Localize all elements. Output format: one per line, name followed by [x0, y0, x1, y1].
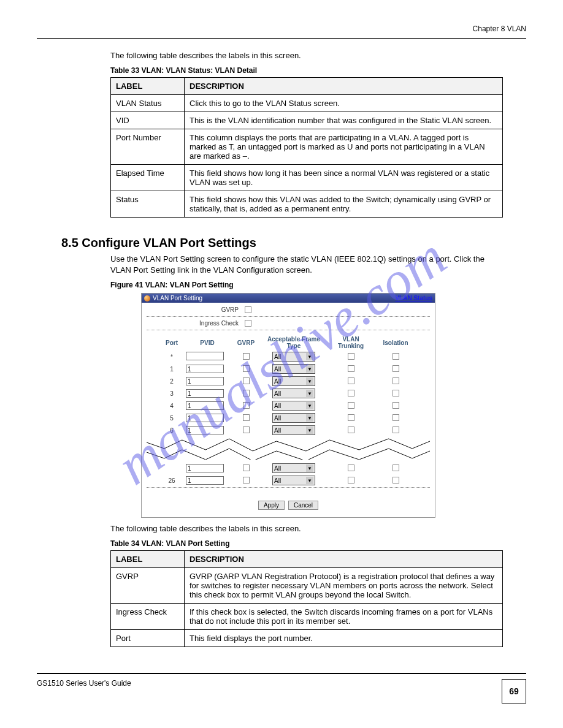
gvrp-checkbox[interactable]	[243, 402, 250, 409]
vlan-trunking-checkbox[interactable]	[348, 365, 354, 372]
page-number: 69	[502, 679, 526, 703]
torn-edge-icon	[147, 435, 430, 460]
isolation-checkbox[interactable]	[393, 377, 399, 384]
aft-select[interactable]: All▼	[272, 389, 315, 398]
t33-r0-desc: Click this to go to the VLAN Status scre…	[185, 95, 503, 112]
gvrp-checkbox[interactable]	[243, 365, 250, 372]
vlan-trunking-checkbox[interactable]	[348, 402, 354, 409]
t33-r3-desc: This field shows how long it has been si…	[185, 165, 503, 191]
vlan-trunking-checkbox[interactable]	[348, 377, 354, 384]
footer-title: GS1510 Series User's Guide	[37, 679, 131, 703]
col-vlan-trunking: VLAN Trunking	[329, 336, 372, 349]
table34: LABEL DESCRIPTION GVRPGVRP (GARP VLAN Re…	[110, 550, 503, 647]
col-aft: Acceptable Frame Type	[263, 336, 324, 349]
vlan-trunking-checkbox[interactable]	[348, 414, 354, 421]
separator	[147, 316, 430, 317]
aft-value: All	[274, 427, 281, 434]
isolation-checkbox[interactable]	[393, 414, 399, 421]
port-num: 1	[163, 366, 181, 373]
aft-select[interactable]: All▼	[272, 364, 315, 374]
vlan-trunking-checkbox[interactable]	[348, 427, 354, 433]
separator	[147, 487, 430, 488]
chevron-down-icon: ▼	[306, 464, 313, 472]
chevron-down-icon: ▼	[306, 427, 313, 434]
chevron-down-icon: ▼	[306, 402, 313, 409]
gvrp-global-checkbox[interactable]	[245, 306, 251, 313]
aft-select[interactable]: All▼	[272, 413, 315, 423]
vlan-trunking-checkbox[interactable]	[348, 390, 354, 396]
isolation-checkbox[interactable]	[393, 402, 399, 409]
t34-r1-desc: If this check box is selected, the Switc…	[185, 604, 503, 630]
pvid-input[interactable]: 1	[186, 377, 224, 385]
table34-caption: Table 34 VLAN: VLAN Port Setting	[110, 539, 526, 548]
pvid-input[interactable]: 1	[186, 389, 224, 398]
col-isolation: Isolation	[377, 339, 414, 346]
table33: LABEL DESCRIPTION VLAN StatusClick this …	[110, 77, 503, 218]
aft-select[interactable]: All▼	[272, 425, 315, 435]
isolation-checkbox[interactable]	[393, 477, 399, 483]
table34-header-desc: DESCRIPTION	[185, 551, 503, 568]
isolation-checkbox[interactable]	[393, 365, 399, 372]
isolation-checkbox[interactable]	[393, 390, 399, 396]
cancel-button[interactable]: Cancel	[288, 501, 318, 510]
intro-paragraph: The following table describes the labels…	[110, 51, 526, 60]
figure41-caption: Figure 41 VLAN: VLAN Port Setting	[110, 281, 526, 289]
aft-value: All	[274, 378, 281, 385]
chevron-down-icon: ▼	[306, 390, 313, 397]
gvrp-checkbox[interactable]	[243, 353, 250, 360]
gvrp-checkbox[interactable]	[243, 464, 250, 471]
gvrp-checkbox[interactable]	[243, 427, 250, 433]
aft-select[interactable]: All▼	[272, 401, 315, 411]
t33-r1-label: VID	[111, 112, 185, 129]
pvid-input[interactable]: 1	[186, 401, 224, 410]
aft-select[interactable]: All▼	[272, 352, 315, 362]
table33-header-desc: DESCRIPTION	[185, 78, 503, 95]
gvrp-checkbox[interactable]	[243, 377, 250, 384]
section-heading: 8.5 Configure VLAN Port Settings	[61, 236, 526, 250]
gvrp-global-label: GVRP	[147, 306, 239, 313]
pvid-input[interactable]: 1	[186, 414, 224, 422]
vlan-status-link[interactable]: VLAN Status	[395, 295, 432, 301]
aft-select[interactable]: All▼	[272, 376, 315, 386]
port-star: *	[163, 354, 181, 360]
gvrp-checkbox[interactable]	[243, 390, 250, 396]
col-gvrp: GVRP	[234, 339, 258, 346]
section-paragraph: Use the VLAN Port Setting screen to conf…	[110, 254, 489, 276]
screenshot-title: VLAN Port Setting	[153, 295, 202, 301]
port-settings-grid: Port PVID GVRP Acceptable Frame Type VLA…	[147, 332, 430, 435]
chevron-down-icon: ▼	[306, 353, 313, 360]
t33-r3-label: Elapsed Time	[111, 165, 185, 191]
isolation-checkbox[interactable]	[393, 464, 399, 471]
gvrp-checkbox[interactable]	[243, 414, 250, 421]
separator	[147, 330, 430, 330]
t33-r1-desc: This is the VLAN identification number t…	[185, 112, 503, 129]
col-port: Port	[163, 339, 181, 346]
port-num: 3	[163, 390, 181, 397]
chevron-down-icon: ▼	[306, 477, 313, 484]
vlan-trunking-checkbox[interactable]	[348, 464, 354, 471]
vlan-trunking-checkbox[interactable]	[348, 353, 354, 360]
ingress-check-checkbox[interactable]	[245, 320, 251, 327]
pvid-input[interactable]: 1	[186, 476, 224, 485]
aft-select[interactable]: All▼	[272, 476, 315, 485]
apply-button[interactable]: Apply	[258, 501, 285, 510]
aft-value: All	[274, 415, 281, 422]
pvid-input[interactable]	[186, 352, 224, 360]
aft-value: All	[274, 390, 281, 397]
t33-r0-label: VLAN Status	[111, 95, 185, 112]
pvid-input[interactable]: 1	[186, 365, 224, 373]
pvid-input[interactable]: 1	[186, 464, 224, 472]
pvid-input[interactable]: 1	[186, 426, 224, 434]
post-figure-paragraph: The following table describes the labels…	[110, 524, 526, 533]
aft-select[interactable]: All▼	[272, 463, 315, 473]
page-footer: GS1510 Series User's Guide 69	[37, 673, 526, 703]
vlan-trunking-checkbox[interactable]	[348, 477, 354, 483]
chevron-down-icon: ▼	[306, 414, 313, 422]
isolation-checkbox[interactable]	[393, 353, 399, 360]
gvrp-checkbox[interactable]	[243, 477, 250, 483]
screenshot-titlebar: VLAN Port Setting VLAN Status	[142, 294, 435, 303]
isolation-checkbox[interactable]	[393, 427, 399, 433]
titlebar-orb-icon	[144, 295, 150, 301]
aft-value: All	[274, 465, 281, 472]
table33-header-label: LABEL	[111, 78, 185, 95]
